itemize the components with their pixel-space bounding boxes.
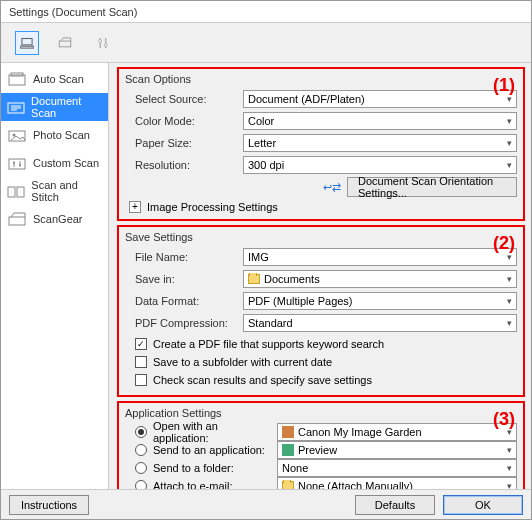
svg-rect-20: [9, 217, 25, 225]
general-settings-tab-icon[interactable]: [91, 31, 115, 55]
scan-from-computer-tab-icon[interactable]: [15, 31, 39, 55]
chevron-down-icon: ▾: [507, 481, 512, 489]
svg-point-17: [19, 164, 21, 166]
sidebar-item-custom-scan[interactable]: Custom Scan: [1, 149, 108, 177]
sidebar-item-label: Document Scan: [31, 95, 102, 119]
chevron-down-icon: ▾: [507, 138, 512, 148]
content-area: Scan Options (1) Select Source: Document…: [109, 63, 531, 489]
ok-button[interactable]: OK: [443, 495, 523, 515]
auto-scan-icon: [7, 71, 27, 87]
app-icon: [282, 426, 294, 438]
save-in-combo[interactable]: Documents▾: [243, 270, 517, 288]
svg-rect-18: [8, 187, 15, 197]
send-app-radio[interactable]: [135, 444, 147, 456]
instructions-button[interactable]: Instructions: [9, 495, 89, 515]
save-settings-section: Save Settings (2) File Name: IMG▾ Save i…: [117, 225, 525, 397]
svg-point-16: [13, 162, 15, 164]
open-app-radio[interactable]: [135, 426, 147, 438]
svg-rect-0: [22, 38, 32, 44]
sidebar-item-scan-and-stitch[interactable]: Scan and Stitch: [1, 177, 108, 205]
sidebar-item-scangear[interactable]: ScanGear: [1, 205, 108, 233]
attach-email-combo[interactable]: None (Attach Manually)▾: [277, 477, 517, 489]
resolution-combo[interactable]: 300 dpi▾: [243, 156, 517, 174]
window-title: Settings (Document Scan): [9, 6, 137, 18]
svg-rect-15: [9, 159, 25, 169]
subfolder-label: Save to a subfolder with current date: [153, 356, 332, 368]
sidebar-item-document-scan[interactable]: Document Scan: [1, 93, 108, 121]
sidebar-item-auto-scan[interactable]: Auto Scan: [1, 65, 108, 93]
color-mode-combo[interactable]: Color▾: [243, 112, 517, 130]
orientation-settings-button[interactable]: Document Scan Orientation Settings...: [347, 177, 517, 197]
sidebar-item-label: Custom Scan: [33, 157, 99, 169]
attach-email-label: Attach to e-mail:: [153, 480, 271, 489]
scan-options-section: Scan Options (1) Select Source: Document…: [117, 67, 525, 221]
sidebar-item-label: ScanGear: [33, 213, 83, 225]
sidebar-item-label: Photo Scan: [33, 129, 90, 141]
send-folder-combo[interactable]: None▾: [277, 459, 517, 477]
sidebar-item-label: Scan and Stitch: [31, 179, 102, 203]
check-scan-label: Check scan results and specify save sett…: [153, 374, 372, 386]
keyword-search-checkbox[interactable]: ✓: [135, 338, 147, 350]
folder-icon: [282, 481, 294, 489]
photo-scan-icon: [7, 127, 27, 143]
save-settings-title: Save Settings: [125, 231, 517, 243]
callout-3: (3): [493, 409, 515, 430]
check-scan-checkbox[interactable]: [135, 374, 147, 386]
image-processing-expander[interactable]: + Image Processing Settings: [125, 201, 517, 213]
subfolder-checkbox[interactable]: [135, 356, 147, 368]
application-settings-title: Application Settings: [125, 407, 517, 419]
send-app-combo[interactable]: Preview▾: [277, 441, 517, 459]
custom-scan-icon: [7, 155, 27, 171]
select-source-combo[interactable]: Document (ADF/Platen)▾: [243, 90, 517, 108]
open-app-combo[interactable]: Canon My Image Garden▾: [277, 423, 517, 441]
callout-2: (2): [493, 233, 515, 254]
scangear-icon: [7, 211, 27, 227]
pdf-compression-label: PDF Compression:: [125, 317, 243, 329]
send-folder-label: Send to a folder:: [153, 462, 271, 474]
svg-rect-19: [17, 187, 24, 197]
paper-size-combo[interactable]: Letter▾: [243, 134, 517, 152]
resolution-label: Resolution:: [125, 159, 243, 171]
swap-orientation-icon[interactable]: ↩⇄: [323, 181, 341, 194]
image-processing-label: Image Processing Settings: [147, 201, 278, 213]
svg-point-5: [99, 39, 102, 42]
pdf-compression-combo[interactable]: Standard▾: [243, 314, 517, 332]
sidebar-item-label: Auto Scan: [33, 73, 84, 85]
chevron-down-icon: ▾: [507, 318, 512, 328]
open-app-label: Open with an application:: [153, 420, 271, 444]
title-bar: Settings (Document Scan): [1, 1, 531, 23]
footer: Instructions Defaults OK: [1, 489, 531, 519]
callout-1: (1): [493, 75, 515, 96]
chevron-down-icon: ▾: [507, 463, 512, 473]
file-name-label: File Name:: [125, 251, 243, 263]
scan-from-panel-tab-icon[interactable]: [53, 31, 77, 55]
plus-icon: +: [129, 201, 141, 213]
file-name-field[interactable]: IMG▾: [243, 248, 517, 266]
keyword-search-label: Create a PDF file that supports keyword …: [153, 338, 384, 350]
svg-point-6: [104, 43, 107, 46]
toolbar: [1, 23, 531, 63]
attach-email-radio[interactable]: [135, 480, 147, 489]
folder-icon: [248, 274, 260, 284]
sidebar-item-photo-scan[interactable]: Photo Scan: [1, 121, 108, 149]
svg-point-14: [13, 134, 16, 137]
application-settings-section: Application Settings (3) Open with an ap…: [117, 401, 525, 489]
save-in-label: Save in:: [125, 273, 243, 285]
chevron-down-icon: ▾: [507, 160, 512, 170]
send-folder-radio[interactable]: [135, 462, 147, 474]
document-scan-icon: [7, 99, 25, 115]
select-source-label: Select Source:: [125, 93, 243, 105]
chevron-down-icon: ▾: [507, 296, 512, 306]
sidebar: Auto Scan Document Scan Photo Scan Custo…: [1, 63, 109, 489]
defaults-button[interactable]: Defaults: [355, 495, 435, 515]
data-format-combo[interactable]: PDF (Multiple Pages)▾: [243, 292, 517, 310]
send-app-label: Send to an application:: [153, 444, 271, 456]
paper-size-label: Paper Size:: [125, 137, 243, 149]
color-mode-label: Color Mode:: [125, 115, 243, 127]
svg-rect-2: [59, 41, 70, 47]
preview-icon: [282, 444, 294, 456]
data-format-label: Data Format:: [125, 295, 243, 307]
chevron-down-icon: ▾: [507, 116, 512, 126]
chevron-down-icon: ▾: [507, 274, 512, 284]
svg-rect-1: [20, 46, 34, 48]
